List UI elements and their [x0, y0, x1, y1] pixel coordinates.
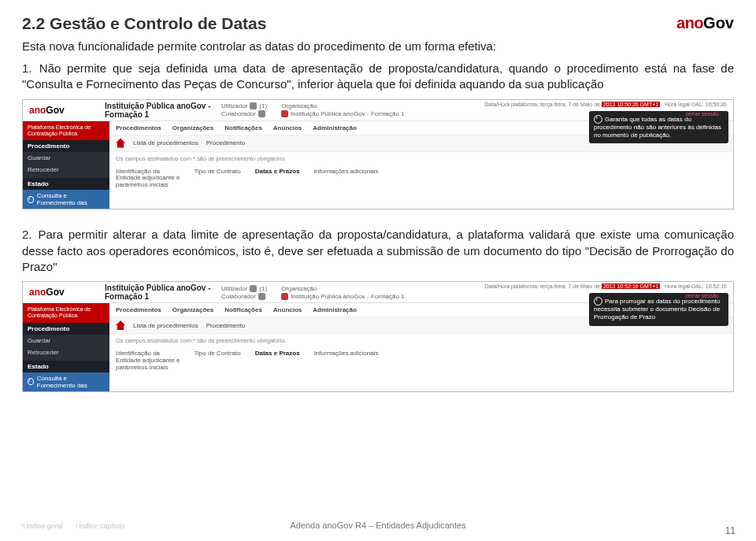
- brand-ano: ano: [676, 14, 703, 31]
- utilizador-value: (1): [259, 285, 267, 292]
- item-number: 1.: [22, 61, 33, 76]
- section-heading: 2.2 Gestão e Controlo de Datas: [22, 14, 266, 33]
- item-number: 2.: [22, 227, 33, 243]
- form-tab-tipo-contrato[interactable]: Tipo de Contrato: [194, 169, 240, 189]
- tab-administracao[interactable]: Administração: [313, 124, 357, 132]
- brand-logo: anoGov: [676, 14, 734, 32]
- organizacao-value: Instituição Pública anoGov - Formação 1: [291, 293, 405, 300]
- item-text: Para permitir alterar a data limite de a…: [22, 228, 734, 273]
- form-tabs: Identificação da Entidade adjudicante e …: [109, 165, 733, 195]
- datetime-highlight: 2013 10:52:16 GMT+1: [602, 283, 660, 289]
- screenshot-topbar: anoGov Instituição Pública anoGov - Form…: [23, 100, 733, 121]
- user-icon: [258, 110, 265, 117]
- form-tab-tipo-contrato[interactable]: Tipo de Contrato: [194, 350, 240, 371]
- nav-status-consulta[interactable]: Consulta e Fornecimento das: [23, 190, 109, 209]
- screenshot-left-nav: Plataforma Electrónica de Contratação Pú…: [23, 121, 109, 209]
- tab-organizacoes[interactable]: Organizações: [172, 124, 213, 132]
- form-tab-identificacao[interactable]: Identificação da Entidade adjudicante e …: [116, 350, 180, 371]
- footer-center-text: Adenda anoGov R4 – Entidades Adjudicante…: [0, 521, 756, 530]
- nav-heading-procedimento: Procedimento: [23, 323, 109, 335]
- breadcrumb-procedimento: Procedimento: [206, 322, 245, 329]
- nav-item-guardar[interactable]: Guardar: [23, 152, 109, 164]
- nav-heading-procedimento: Procedimento: [23, 140, 109, 152]
- home-icon[interactable]: [116, 139, 125, 148]
- user-icon: [258, 293, 265, 300]
- datetime-highlight: 2013 10:50:26 GMT+1: [602, 102, 660, 107]
- breadcrumb-lista[interactable]: Lista de procedimentos: [133, 139, 198, 146]
- nav-item-guardar[interactable]: Guardar: [23, 335, 109, 346]
- nav-heading-estado: Estado: [23, 178, 109, 190]
- arrow-circle-icon: [594, 297, 602, 306]
- institution-name: Instituição Pública anoGov - Formação 1: [105, 102, 215, 119]
- user-icon: [250, 102, 257, 109]
- brand-ano: ano: [29, 105, 46, 116]
- screenshot-2: anoGov Instituição Pública anoGov - Form…: [22, 281, 734, 392]
- page-footer: « Índice geral ‹ Índice capítulo Adenda …: [0, 514, 756, 536]
- page-number: 11: [725, 525, 736, 536]
- section-number: 2.2: [22, 14, 45, 32]
- tab-anuncios[interactable]: Anúncios: [273, 306, 302, 313]
- tab-notificacoes[interactable]: Notificações: [224, 124, 262, 132]
- info-circle-icon: [28, 378, 34, 385]
- datetime-bar: Data/Hora plataforma: terça-feira, 7 de …: [484, 283, 727, 289]
- screenshot-left-nav: Plataforma Electrónica de Contratação Pú…: [23, 303, 109, 391]
- tooltip-text: Para prorrogar as datas do procedimento …: [594, 298, 720, 321]
- arrow-circle-icon: [594, 115, 602, 124]
- logout-link[interactable]: cerrar sessão: [686, 293, 719, 298]
- institution-name: Instituição Pública anoGov - Formação 1: [105, 283, 215, 301]
- org-icon: [281, 293, 288, 300]
- breadcrumb-lista[interactable]: Lista de procedimentos: [133, 322, 198, 329]
- page-header: 2.2 Gestão e Controlo de Datas anoGov: [22, 14, 734, 33]
- logout-link[interactable]: cerrar sessão: [686, 111, 719, 117]
- breadcrumb-procedimento: Procedimento: [206, 139, 245, 146]
- form-tab-datas-prazos[interactable]: Datas e Prazos: [255, 350, 300, 371]
- tab-organizacoes[interactable]: Organizações: [172, 306, 213, 313]
- utilizador-label: Utilizador: [221, 285, 247, 292]
- tab-notificacoes[interactable]: Notificações: [224, 306, 262, 313]
- form-tab-info-adicionais[interactable]: Informações adicionais: [314, 350, 379, 371]
- form-tab-datas-prazos[interactable]: Datas e Prazos: [255, 169, 300, 189]
- org-column: Organização Instituição Pública anoGov -…: [281, 102, 405, 117]
- info-circle-icon: [28, 196, 34, 203]
- form-tab-info-adicionais[interactable]: Informações adicionais: [314, 169, 379, 189]
- nav-item-retroceder[interactable]: Retroceder: [23, 164, 109, 176]
- numbered-item-1: 1. Não permite que seja definida uma dat…: [22, 61, 734, 93]
- colaborador-label: Colaborador: [221, 293, 256, 300]
- nav-item-retroceder[interactable]: Retroceder: [23, 346, 109, 358]
- brand-gov: Gov: [46, 287, 64, 298]
- screenshot-logo: anoGov: [23, 105, 100, 116]
- org-icon: [281, 110, 288, 117]
- tooltip-text: Garanta que todas as datas do procedimen…: [594, 115, 721, 139]
- organizacao-value: Instituição Pública anoGov - Formação 1: [291, 110, 405, 117]
- nav-status-consulta[interactable]: Consulta e Fornecimento das: [23, 372, 109, 391]
- user-column: Utilizador(1) Colaborador: [221, 102, 267, 117]
- utilizador-label: Utilizador: [221, 102, 247, 109]
- form-tab-identificacao[interactable]: Identificação da Entidade adjudicante e …: [116, 169, 180, 189]
- screenshot-topbar: anoGov Instituição Pública anoGov - Form…: [23, 282, 733, 303]
- brand-gov: Gov: [703, 14, 734, 31]
- item-text: Não permite que seja definida uma data d…: [22, 61, 734, 91]
- home-icon[interactable]: [116, 321, 125, 330]
- document-page: 2.2 Gestão e Controlo de Datas anoGov Es…: [0, 0, 756, 541]
- intro-paragraph: Esta nova funcionalidade permite control…: [22, 39, 734, 53]
- brand-ano: ano: [29, 287, 46, 298]
- org-column: Organização Instituição Pública anoGov -…: [281, 285, 405, 300]
- tab-anuncios[interactable]: Anúncios: [273, 124, 302, 132]
- colaborador-label: Colaborador: [221, 110, 256, 117]
- user-column: Utilizador(1) Colaborador: [221, 285, 267, 300]
- nav-heading-estado: Estado: [23, 361, 109, 372]
- numbered-item-2: 2. Para permitir alterar a data limite d…: [22, 227, 734, 275]
- section-title: Gestão e Controlo de Datas: [50, 14, 266, 32]
- tab-procedimentos[interactable]: Procedimentos: [116, 306, 161, 313]
- required-note: Os campos assinalados com * são de preen…: [109, 152, 733, 165]
- red-banner: Plataforma Electrónica de Contratação Pú…: [23, 121, 109, 141]
- tab-administracao[interactable]: Administração: [313, 306, 357, 313]
- red-banner: Plataforma Electrónica de Contratação Pú…: [23, 303, 109, 323]
- tab-procedimentos[interactable]: Procedimentos: [116, 124, 161, 132]
- organizacao-label: Organização: [281, 102, 317, 109]
- screenshot-logo: anoGov: [23, 287, 100, 298]
- required-note: Os campos assinalados com * são de preen…: [109, 334, 733, 347]
- datetime-bar: Data/Hora plataforma: terça-feira, 7 de …: [484, 102, 727, 107]
- organizacao-label: Organização: [281, 285, 317, 292]
- brand-gov: Gov: [46, 105, 64, 116]
